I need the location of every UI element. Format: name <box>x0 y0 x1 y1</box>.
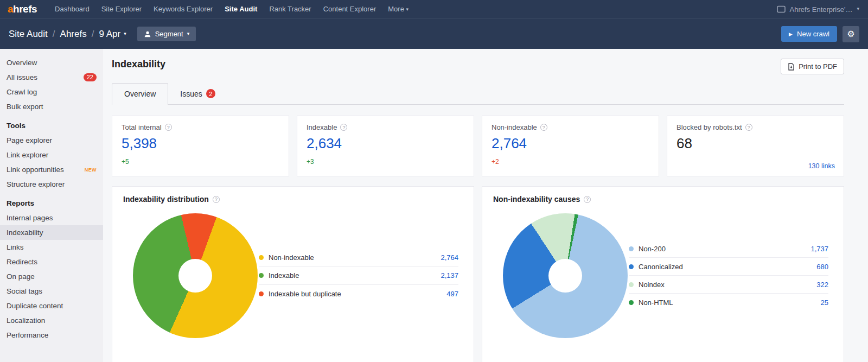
new-crawl-button[interactable]: ▶ New crawl <box>781 26 837 42</box>
print-to-pdf-button[interactable]: Print to PDF <box>781 59 844 74</box>
sidebar-item-label: All issues <box>7 73 37 81</box>
legend-item-non-html[interactable]: Non-HTML25 <box>629 294 828 312</box>
donut-chart[interactable] <box>133 213 258 338</box>
legend-item-non-indexable[interactable]: Non-indexable2,764 <box>259 249 458 267</box>
info-icon[interactable]: ? <box>745 124 752 131</box>
sidebar-item-label: Page explorer <box>7 136 52 144</box>
legend-dot <box>629 246 634 251</box>
chart-legend: Non-2001,737Canonicalized680Noindex322No… <box>629 240 828 312</box>
chevron-down-icon: ▾ <box>187 31 190 36</box>
info-icon[interactable]: ? <box>584 196 591 203</box>
print-to-pdf-label: Print to PDF <box>799 62 837 71</box>
settings-gear-button[interactable]: ⚙ <box>843 26 859 42</box>
stat-label: Non-indexable? <box>492 123 649 131</box>
stat-card-total-internal: Total internal?5,398+5 <box>112 116 289 176</box>
account-menu[interactable]: Ahrefs Enterprise'… ▾ <box>777 5 860 14</box>
sidebar-item-link-opportunities[interactable]: Link opportunitiesNEW <box>0 162 103 177</box>
stats-row: Total internal?5,398+5Indexable?2,634+3N… <box>112 116 844 176</box>
info-icon[interactable]: ? <box>213 196 220 203</box>
breadcrumb-separator: / <box>92 29 94 40</box>
sidebar-item-label: Performance <box>7 331 48 339</box>
info-icon[interactable]: ? <box>340 124 347 131</box>
nav-item-site-explorer[interactable]: Site Explorer <box>95 0 148 19</box>
legend-dot <box>259 255 264 260</box>
legend-label: Indexable <box>269 271 299 280</box>
donut-chart[interactable] <box>503 213 628 338</box>
stat-label: Blocked by robots.txt? <box>676 123 834 131</box>
nav-item-keywords-explorer[interactable]: Keywords Explorer <box>148 0 219 19</box>
sidebar-item-internal-pages[interactable]: Internal pages <box>0 211 103 225</box>
legend-dot <box>259 291 264 296</box>
legend-value: 25 <box>821 299 828 307</box>
new-tag: NEW <box>85 167 97 173</box>
chart-legend: Non-indexable2,764Indexable2,137Indexabl… <box>259 249 458 303</box>
play-icon: ▶ <box>789 31 793 37</box>
sidebar-section-tools: Tools <box>0 114 103 133</box>
sidebar-item-label: Overview <box>7 59 37 67</box>
segment-button[interactable]: Segment ▾ <box>137 27 196 41</box>
breadcrumb-9-apr[interactable]: 9 Apr▾ <box>99 29 126 40</box>
legend-label: Canonicalized <box>639 263 683 271</box>
sidebar-item-links[interactable]: Links <box>0 240 103 255</box>
sidebar-item-all-issues[interactable]: All issues22 <box>0 70 103 85</box>
sidebar-item-label: Social tags <box>7 287 42 295</box>
top-navbar: ahrefs DashboardSite ExplorerKeywords Ex… <box>0 0 868 18</box>
person-icon <box>144 30 151 38</box>
breadcrumb-site-audit[interactable]: Site Audit <box>9 29 48 40</box>
ahrefs-logo[interactable]: ahrefs <box>8 3 37 15</box>
legend-label: Indexable but duplicate <box>269 290 341 298</box>
nav-item-more[interactable]: More ▾ <box>382 0 414 19</box>
legend-value: 497 <box>446 290 458 298</box>
sidebar-item-overview[interactable]: Overview <box>0 55 103 70</box>
sidebar-item-localization[interactable]: Localization <box>0 313 103 328</box>
tab-issues[interactable]: Issues 2 <box>168 83 227 104</box>
pdf-document-icon <box>788 63 795 71</box>
legend-item-non-200[interactable]: Non-2001,737 <box>629 240 828 258</box>
tab-label: Issues <box>180 90 202 98</box>
info-icon[interactable]: ? <box>540 124 547 131</box>
account-name: Ahrefs Enterprise'… <box>790 5 853 14</box>
stat-delta: +3 <box>307 158 464 166</box>
sidebar-item-performance[interactable]: Performance <box>0 328 103 342</box>
info-icon[interactable]: ? <box>165 124 172 131</box>
legend-item-indexable-but-duplicate[interactable]: Indexable but duplicate497 <box>259 285 458 303</box>
breadcrumb-ahrefs[interactable]: Ahrefs <box>60 29 87 40</box>
sidebar-item-on-page[interactable]: On page <box>0 269 103 284</box>
sidebar-item-page-explorer[interactable]: Page explorer <box>0 133 103 148</box>
subheader-bar: Site Audit/Ahrefs/9 Apr▾ Segment ▾ ▶ New… <box>0 18 868 49</box>
legend-value: 2,764 <box>441 253 458 262</box>
nav-item-site-audit[interactable]: Site Audit <box>219 0 263 19</box>
legend-item-canonicalized[interactable]: Canonicalized680 <box>629 258 828 276</box>
stat-value: 68 <box>676 135 834 152</box>
sidebar-item-duplicate-content[interactable]: Duplicate content <box>0 299 103 313</box>
sidebar-item-indexability[interactable]: Indexability <box>0 225 103 240</box>
sidebar-item-redirects[interactable]: Redirects <box>0 255 103 269</box>
stat-delta: +5 <box>122 158 279 166</box>
nav-items: DashboardSite ExplorerKeywords ExplorerS… <box>49 0 414 19</box>
workspace-icon <box>777 5 786 13</box>
logo-rest: hrefs <box>13 3 37 15</box>
legend-value: 1,737 <box>810 245 828 253</box>
sidebar-item-structure-explorer[interactable]: Structure explorer <box>0 177 103 192</box>
nav-item-content-explorer[interactable]: Content Explorer <box>317 0 382 19</box>
sidebar-item-bulk-export[interactable]: Bulk export <box>0 99 103 114</box>
legend-label: Non-HTML <box>639 299 673 307</box>
sidebar-item-social-tags[interactable]: Social tags <box>0 284 103 299</box>
legend-dot <box>629 300 634 305</box>
sidebar-item-link-explorer[interactable]: Link explorer <box>0 148 103 162</box>
tab-overview[interactable]: Overview <box>112 83 168 105</box>
donut-hole <box>178 259 212 293</box>
nav-item-rank-tracker[interactable]: Rank Tracker <box>263 0 317 19</box>
nav-item-dashboard[interactable]: Dashboard <box>49 0 95 19</box>
sidebar: OverviewAll issues22Crawl logBulk export… <box>0 49 103 362</box>
stat-label: Total internal? <box>122 123 279 131</box>
chart-title: Non-indexability causes <box>493 195 580 204</box>
sidebar-item-label: Bulk export <box>7 103 43 111</box>
legend-item-indexable[interactable]: Indexable2,137 <box>259 267 458 285</box>
stat-value: 5,398 <box>122 135 279 152</box>
stat-link[interactable]: 130 links <box>808 162 835 170</box>
sidebar-item-crawl-log[interactable]: Crawl log <box>0 85 103 99</box>
breadcrumb-separator: / <box>53 29 55 40</box>
stat-card-indexable: Indexable?2,634+3 <box>297 116 474 176</box>
legend-item-noindex[interactable]: Noindex322 <box>629 276 828 294</box>
